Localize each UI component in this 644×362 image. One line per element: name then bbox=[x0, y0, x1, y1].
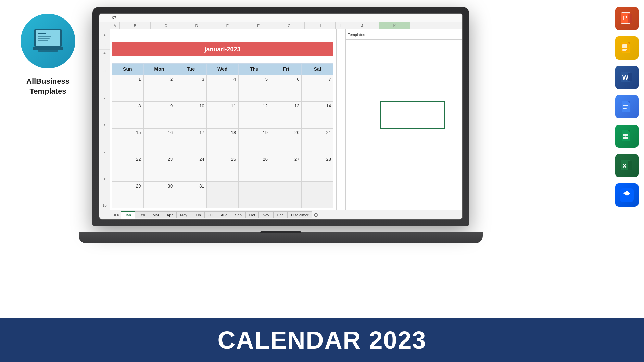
cal-day-empty-3 bbox=[270, 182, 302, 208]
row-num-7: 7 bbox=[99, 111, 110, 138]
cal-day-31[interactable]: 31 bbox=[175, 182, 207, 208]
add-sheet-button[interactable]: ⊕ bbox=[314, 211, 318, 218]
cal-day-19[interactable]: 19 bbox=[238, 128, 270, 155]
cal-week-5: 29 30 31 bbox=[112, 182, 333, 208]
col-header-f: F bbox=[243, 22, 274, 29]
cal-day-16[interactable]: 16 bbox=[143, 128, 175, 155]
cal-day-1[interactable]: 1 bbox=[112, 75, 143, 102]
name-box[interactable]: K7 bbox=[102, 15, 126, 21]
dropbox-icon[interactable] bbox=[615, 183, 639, 207]
row-num-6: 6 bbox=[99, 84, 110, 111]
cal-day-15[interactable]: 15 bbox=[112, 128, 143, 155]
cal-day-13[interactable]: 13 bbox=[270, 102, 302, 128]
word-icon[interactable]: W bbox=[615, 66, 639, 89]
svg-rect-5 bbox=[38, 40, 48, 41]
row-numbers: 2 3 4 5 6 7 8 9 10 bbox=[99, 22, 110, 219]
right-icons-panel: P W bbox=[610, 0, 644, 246]
svg-rect-11 bbox=[628, 14, 632, 23]
cal-day-9[interactable]: 9 bbox=[143, 102, 175, 128]
tab-nav-arrows[interactable]: ◀ ▶ bbox=[112, 212, 121, 217]
cal-day-30[interactable]: 30 bbox=[143, 182, 175, 208]
col-header-c: C bbox=[151, 22, 181, 29]
laptop-container: K7 2 3 4 5 6 7 8 bbox=[92, 7, 479, 243]
cal-day-empty-4 bbox=[302, 182, 333, 208]
cal-day-24[interactable]: 24 bbox=[175, 155, 207, 182]
sheet-tab-aug[interactable]: Aug bbox=[217, 211, 231, 218]
svg-rect-23 bbox=[623, 105, 628, 106]
cal-day-17[interactable]: 17 bbox=[175, 128, 207, 155]
cal-header-fri: Fri bbox=[270, 63, 302, 75]
col-header-l: L bbox=[410, 22, 427, 29]
banner-title: CALENDAR 2023 bbox=[217, 326, 426, 354]
svg-rect-24 bbox=[623, 107, 628, 107]
cal-day-3[interactable]: 3 bbox=[175, 75, 207, 102]
cal-day-21[interactable]: 21 bbox=[302, 128, 333, 155]
cal-header-sun: Sun bbox=[112, 63, 143, 75]
sheet-tab-oct[interactable]: Oct bbox=[245, 211, 259, 218]
row-num-10: 10 bbox=[99, 192, 110, 219]
laptop-base bbox=[79, 232, 483, 243]
cal-day-6[interactable]: 6 bbox=[270, 75, 302, 102]
sheet-tab-dec[interactable]: Dec bbox=[273, 211, 288, 218]
cal-day-7[interactable]: 7 bbox=[302, 75, 333, 102]
cal-header-mon: Mon bbox=[143, 63, 175, 75]
svg-rect-7 bbox=[38, 50, 58, 52]
slides-icon[interactable] bbox=[615, 36, 639, 60]
sheet-tab-sep[interactable]: Sep bbox=[231, 211, 245, 218]
row-num-3: 3 bbox=[99, 39, 110, 50]
sheet-tab-feb[interactable]: Feb bbox=[135, 211, 149, 218]
cal-day-empty-1 bbox=[207, 182, 239, 208]
cal-day-11[interactable]: 11 bbox=[207, 102, 239, 128]
sheet-tab-jul[interactable]: Jul bbox=[205, 211, 217, 218]
cal-week-1: 1 2 3 4 5 6 7 bbox=[112, 75, 333, 102]
calendar-area: januari-2023 Sun Mon Tue Wed bbox=[110, 29, 336, 210]
col-header-e: E bbox=[212, 22, 243, 29]
row-header-spacer bbox=[99, 22, 110, 29]
cal-day-22[interactable]: 22 bbox=[112, 155, 143, 182]
docs-icon[interactable] bbox=[615, 95, 639, 118]
sheet-tab-jan[interactable]: Jan bbox=[121, 211, 135, 219]
cal-day-29[interactable]: 29 bbox=[112, 182, 143, 208]
cal-day-20[interactable]: 20 bbox=[270, 128, 302, 155]
sheet-tab-nov[interactable]: Nov bbox=[259, 211, 273, 218]
cal-header-wed: Wed bbox=[207, 63, 239, 75]
cal-day-4[interactable]: 4 bbox=[207, 75, 239, 102]
sheet-tab-jun[interactable]: Jun bbox=[191, 211, 205, 218]
cal-day-12[interactable]: 12 bbox=[238, 102, 270, 128]
cal-day-26[interactable]: 26 bbox=[238, 155, 270, 182]
col-header-d: D bbox=[181, 22, 212, 29]
col-j-cells bbox=[346, 40, 380, 210]
templates-label: Templates bbox=[346, 31, 380, 38]
selected-cell-k7[interactable] bbox=[380, 101, 445, 129]
sheet-tab-may[interactable]: May bbox=[176, 211, 191, 218]
col-k-cells bbox=[380, 40, 445, 210]
calendar-title: januari-2023 bbox=[112, 42, 333, 56]
col-header-k: K bbox=[379, 22, 410, 29]
right-panel-top: Templates bbox=[346, 29, 462, 40]
main-content-area: A B C D E F G H I J K L bbox=[110, 22, 462, 219]
formula-bar: K7 bbox=[99, 14, 462, 22]
cal-day-5[interactable]: 5 bbox=[238, 75, 270, 102]
svg-text:P: P bbox=[623, 15, 627, 22]
cal-header-sat: Sat bbox=[302, 63, 333, 75]
sheet-tab-disclaimer[interactable]: Disclaimer bbox=[287, 211, 312, 218]
excel-icon[interactable]: X bbox=[615, 154, 639, 177]
powerpoint-icon[interactable]: P bbox=[615, 7, 639, 30]
sheet-tab-apr[interactable]: Apr bbox=[163, 211, 176, 218]
brand-laptop-icon bbox=[31, 27, 65, 55]
cal-day-27[interactable]: 27 bbox=[270, 155, 302, 182]
cal-day-8[interactable]: 8 bbox=[112, 102, 143, 128]
cal-day-23[interactable]: 23 bbox=[143, 155, 175, 182]
cal-day-2[interactable]: 2 bbox=[143, 75, 175, 102]
cal-day-25[interactable]: 25 bbox=[207, 155, 239, 182]
bottom-banner: CALENDAR 2023 bbox=[0, 318, 644, 362]
cal-day-18[interactable]: 18 bbox=[207, 128, 239, 155]
laptop-hinge bbox=[260, 231, 301, 233]
sheets-icon[interactable] bbox=[615, 125, 639, 148]
cal-day-10[interactable]: 10 bbox=[175, 102, 207, 128]
cal-week-2: 8 9 10 11 12 13 14 bbox=[112, 102, 333, 128]
row-num-2: 2 bbox=[99, 29, 110, 40]
cal-day-28[interactable]: 28 bbox=[302, 155, 333, 182]
sheet-tab-mar[interactable]: Mar bbox=[149, 211, 163, 218]
cal-day-14[interactable]: 14 bbox=[302, 102, 333, 128]
